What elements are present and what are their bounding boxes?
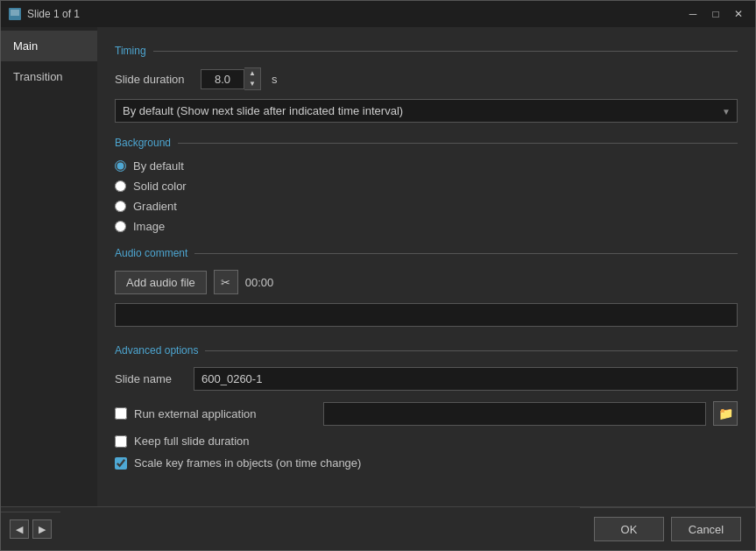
bg-radio-image[interactable]	[115, 221, 126, 232]
background-section-header: Background	[115, 137, 738, 149]
scale-keyframes-label[interactable]: Scale key frames in objects (on time cha…	[134, 456, 361, 470]
run-external-checkbox[interactable]	[115, 407, 127, 420]
run-external-checkbox-row: Run external application	[115, 407, 316, 420]
sidebar-item-main[interactable]: Main	[1, 31, 97, 61]
title-bar: Slide 1 of 1 ─ □ ✕	[1, 1, 755, 27]
timing-row: Slide duration 8.0 ▲ ▼ s	[115, 67, 738, 90]
main-panel: Timing Slide duration 8.0 ▲ ▼ s By defau…	[97, 27, 755, 506]
browse-button[interactable]: 📁	[713, 401, 738, 426]
sidebar-item-transition[interactable]: Transition	[1, 61, 97, 92]
bg-option-solid[interactable]: Solid color	[115, 180, 738, 193]
audio-time-display: 00:00	[245, 276, 274, 289]
slide-name-row: Slide name 600_0260-1	[115, 367, 738, 391]
audio-file-path-input[interactable]	[115, 303, 738, 327]
title-bar-controls: ─ □ ✕	[683, 4, 748, 24]
svg-rect-1	[11, 10, 19, 16]
bg-radio-solid[interactable]	[115, 180, 126, 192]
spin-down-button[interactable]: ▼	[244, 79, 260, 89]
audio-row: Add audio file ✂ 00:00	[115, 270, 738, 294]
close-button[interactable]: ✕	[729, 4, 748, 24]
slide-duration-input[interactable]: 8.0	[201, 69, 244, 89]
scale-keyframes-checkbox[interactable]	[115, 457, 127, 470]
maximize-button[interactable]: □	[706, 4, 725, 24]
slide-name-input[interactable]: 600_0260-1	[194, 367, 738, 391]
audio-section-header: Audio comment	[115, 247, 738, 259]
bg-option-default[interactable]: By default	[115, 159, 738, 173]
spin-buttons: ▲ ▼	[244, 67, 261, 90]
bottom-area: ◀ ▶ OK Cancel	[1, 506, 755, 550]
scissors-icon: ✂	[221, 276, 230, 289]
app-icon	[8, 7, 22, 21]
title-bar-left: Slide 1 of 1	[8, 7, 80, 21]
external-app-path-input[interactable]	[323, 402, 706, 426]
bg-option-image[interactable]: Image	[115, 220, 738, 233]
timing-dropdown-wrapper: By default (Show next slide after indica…	[115, 99, 738, 123]
folder-icon: 📁	[718, 406, 733, 420]
window-title: Slide 1 of 1	[27, 8, 80, 20]
run-external-label[interactable]: Run external application	[134, 407, 256, 420]
slide-duration-spinner: 8.0 ▲ ▼	[201, 67, 261, 90]
slide-name-label: Slide name	[115, 372, 185, 385]
nav-arrows: ◀ ▶	[1, 512, 60, 546]
prev-button[interactable]: ◀	[10, 519, 29, 539]
scissors-button[interactable]: ✂	[214, 270, 238, 294]
cancel-button[interactable]: Cancel	[671, 517, 741, 541]
timing-section-header: Timing	[115, 45, 738, 57]
keep-full-duration-label[interactable]: Keep full slide duration	[134, 434, 250, 448]
timing-dropdown[interactable]: By default (Show next slide after indica…	[115, 99, 738, 123]
background-radio-group: By default Solid color Gradient Image	[115, 159, 738, 233]
content-area: Main Transition Timing Slide duration 8.…	[1, 27, 755, 506]
ok-button[interactable]: OK	[594, 517, 664, 541]
next-button[interactable]: ▶	[32, 519, 52, 539]
minimize-button[interactable]: ─	[683, 4, 703, 24]
keep-full-duration-checkbox[interactable]	[115, 435, 127, 448]
bg-radio-gradient[interactable]	[115, 201, 126, 212]
bg-option-gradient[interactable]: Gradient	[115, 200, 738, 213]
main-window: Slide 1 of 1 ─ □ ✕ Main Transition Timin…	[0, 0, 756, 551]
keep-full-duration-row: Keep full slide duration	[115, 434, 738, 448]
slide-duration-label: Slide duration	[115, 73, 194, 86]
footer: OK Cancel	[580, 507, 755, 550]
spin-up-button[interactable]: ▲	[244, 68, 260, 79]
add-audio-button[interactable]: Add audio file	[115, 271, 207, 294]
duration-unit: s	[272, 73, 278, 86]
sidebar: Main Transition	[1, 27, 97, 506]
bg-radio-default[interactable]	[115, 160, 126, 172]
scale-keyframes-row: Scale key frames in objects (on time cha…	[115, 456, 738, 470]
advanced-section-header: Advanced options	[115, 344, 738, 357]
external-app-row: Run external application 📁	[115, 401, 738, 426]
